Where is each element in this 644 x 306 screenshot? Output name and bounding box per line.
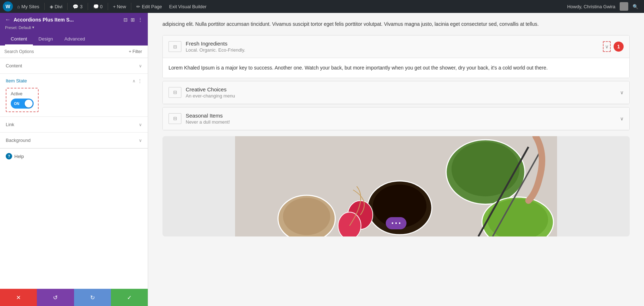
grid-icon[interactable]: ⊞ <box>131 17 135 23</box>
accordion-selected-outline: ∨ <box>603 41 611 52</box>
accordion-subtitle-2: Never a dull moment! <box>186 119 620 125</box>
background-chevron-icon: ∨ <box>139 138 142 143</box>
toggle-thumb <box>25 100 33 107</box>
more-icon[interactable]: ⋮ <box>138 17 143 23</box>
svg-point-4 <box>452 142 519 196</box>
filter-label: + Filter <box>129 49 142 54</box>
accordion-header-2[interactable]: ⊟ Seasonal Items Never a dull moment! ∨ <box>163 107 629 130</box>
accordion-item-1: ⊟ Creative Choices An ever-changing menu… <box>162 81 630 104</box>
edit-page-label: Edit Page <box>142 4 162 9</box>
toggle-on-label: ON <box>14 102 25 106</box>
user-avatar[interactable] <box>620 2 628 11</box>
accordion-subtitle-0: Local. Organic. Eco-Friendly. <box>186 47 600 53</box>
sidebar: ← Accordions Plus Item S... ⊟ ⊞ ⋮ Preset… <box>0 13 148 306</box>
comments-count: 3 <box>80 4 82 9</box>
my-sites-label: My Sites <box>21 4 39 9</box>
admin-bar: W ⌂ My Sites ◈ Divi 💬 3 💭 0 + New ✏ Edit… <box>0 0 644 13</box>
accordion-header-0[interactable]: ⊟ Fresh Ingredients Local. Organic. Eco-… <box>163 35 629 58</box>
undo-button[interactable]: ↺ <box>37 289 74 306</box>
content-area: adipiscing elit. Nulla porttitor accumsa… <box>148 13 644 306</box>
accordion-image-icon-1: ⊟ <box>169 87 181 98</box>
back-icon[interactable]: ← <box>5 16 11 23</box>
svg-point-10 <box>338 212 361 236</box>
content-section-header[interactable]: Content ∨ <box>0 58 148 74</box>
search-input[interactable] <box>4 49 125 54</box>
main-layout: ← Accordions Plus Item S... ⊟ ⊞ ⋮ Preset… <box>0 13 644 306</box>
active-label: Active <box>11 91 34 96</box>
separator-3 <box>88 3 88 10</box>
picture-icon[interactable]: ⊟ <box>123 17 128 23</box>
filter-button[interactable]: + Filter <box>127 48 143 55</box>
search-bar: + Filter <box>0 46 148 58</box>
help-row: ? Help <box>0 148 148 164</box>
comments-icon: 💬 <box>73 4 78 9</box>
redo-button[interactable]: ↻ <box>74 289 111 306</box>
image-placeholder-icon-2: ⊟ <box>173 116 177 121</box>
help-label: Help <box>14 154 24 159</box>
comments-menu[interactable]: 💬 3 <box>70 3 85 11</box>
wp-logo-icon[interactable]: W <box>3 1 13 11</box>
floating-dots-icon: • • • <box>391 220 401 226</box>
image-placeholder-icon-1: ⊟ <box>173 90 177 95</box>
redo-icon: ↻ <box>90 294 95 301</box>
accordion-chevron-2: ∨ <box>620 116 624 121</box>
sidebar-header: ← Accordions Plus Item S... ⊟ ⊞ ⋮ Preset… <box>0 13 148 46</box>
cancel-button[interactable]: ✕ <box>0 289 37 306</box>
exit-builder-label: Exit Visual Builder <box>169 4 207 9</box>
pencil-icon: ✏ <box>136 4 140 9</box>
save-icon: ✓ <box>127 294 132 301</box>
search-icon: 🔍 <box>633 4 638 9</box>
my-sites-menu[interactable]: ⌂ My Sites <box>14 3 42 11</box>
image-placeholder-icon-0: ⊟ <box>173 44 177 49</box>
sidebar-title-row: ← Accordions Plus Item S... ⊟ ⊞ ⋮ <box>5 16 143 23</box>
food-image-section: • • • <box>162 136 630 236</box>
tab-design[interactable]: Design <box>33 33 59 46</box>
sidebar-header-icons: ⊟ ⊞ ⋮ <box>123 17 143 23</box>
accordion-title-0: Fresh Ingredients <box>186 40 600 47</box>
new-button[interactable]: + New <box>110 3 129 11</box>
preset-selector[interactable]: Preset: Default ▾ <box>5 25 143 30</box>
background-section-title: Background <box>6 138 30 143</box>
accordion-item-2: ⊟ Seasonal Items Never a dull moment! ∨ <box>162 107 630 130</box>
accordion-title-2: Seasonal Items <box>186 113 620 119</box>
tab-advanced[interactable]: Advanced <box>59 33 91 46</box>
active-toggle-wrapper: Active ON <box>6 88 39 112</box>
accordion-image-icon-0: ⊟ <box>169 41 181 52</box>
separator-1 <box>44 3 45 10</box>
howdy-menu[interactable]: Howdy, Christina Gwira <box>564 3 618 11</box>
sidebar-title: Accordions Plus Item S... <box>14 17 121 23</box>
floating-action-button[interactable]: • • • <box>386 217 406 229</box>
tab-content[interactable]: Content <box>5 33 33 46</box>
link-section-header[interactable]: Link ∨ <box>0 117 148 133</box>
accordion-content-0: Lorem Khaled Ipsum is a major key to suc… <box>163 58 629 77</box>
bubble-count[interactable]: 💭 0 <box>90 3 106 11</box>
divi-menu[interactable]: ◈ Divi <box>47 3 65 11</box>
accordion-texts-1: Creative Choices An ever-changing menu <box>186 86 620 99</box>
separator-5 <box>131 3 131 10</box>
intro-text: adipiscing elit. Nulla porttitor accumsa… <box>162 20 630 28</box>
save-button[interactable]: ✓ <box>111 289 148 306</box>
accordion-header-1[interactable]: ⊟ Creative Choices An ever-changing menu… <box>163 81 629 104</box>
accordion-image-icon-2: ⊟ <box>169 113 181 124</box>
exit-builder-button[interactable]: Exit Visual Builder <box>166 3 210 11</box>
accordion-badge-0: 1 <box>614 42 624 52</box>
accordion-item-0: ⊟ Fresh Ingredients Local. Organic. Eco-… <box>162 35 630 78</box>
background-section-header[interactable]: Background ∨ <box>0 133 148 148</box>
help-icon[interactable]: ? <box>6 153 12 159</box>
search-admin-button[interactable]: 🔍 <box>630 3 641 11</box>
item-state-collapse-icon[interactable]: ∧ <box>132 78 136 83</box>
accordion-texts-0: Fresh Ingredients Local. Organic. Eco-Fr… <box>186 40 600 53</box>
preset-label: Preset: Default <box>5 25 31 30</box>
edit-page-button[interactable]: ✏ Edit Page <box>133 3 165 11</box>
bubble-icon: 💭 <box>93 4 99 9</box>
admin-bar-right: Howdy, Christina Gwira 🔍 <box>564 2 641 11</box>
accordion-chevron-0: ∨ <box>605 44 609 49</box>
separator-2 <box>67 3 68 10</box>
sidebar-tabs: Content Design Advanced <box>5 33 143 46</box>
active-toggle[interactable]: ON <box>11 99 34 109</box>
plus-icon: + <box>113 4 116 9</box>
item-state-title: Item State <box>6 78 27 83</box>
divi-label: Divi <box>55 4 63 9</box>
item-state-more-icon[interactable]: ⋮ <box>138 78 142 83</box>
preset-chevron: ▾ <box>32 25 34 30</box>
